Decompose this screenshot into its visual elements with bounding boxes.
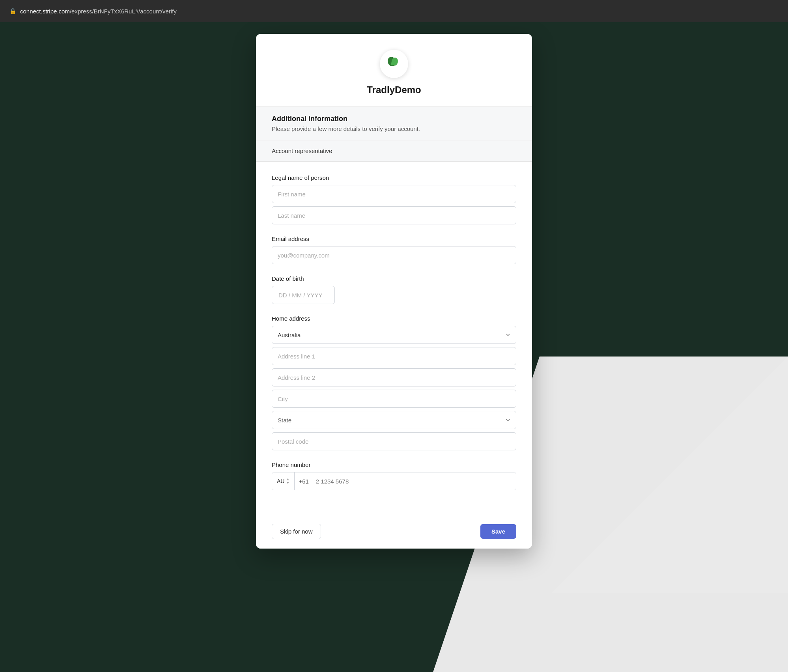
- postal-code-input[interactable]: [272, 432, 516, 450]
- dob-label: Date of birth: [272, 275, 516, 282]
- url-path: /express/BrNFyTxX6RuL#/account/verify: [70, 8, 177, 15]
- modal-wrapper: TradlyDemo Additional information Please…: [0, 22, 788, 672]
- logo-icon: [386, 56, 402, 72]
- state-select[interactable]: State: [272, 411, 516, 429]
- phone-country-selector[interactable]: AU ▲ ▼: [272, 472, 295, 490]
- dob-group: Date of birth DD / MM / YYYY: [272, 275, 516, 304]
- app-logo: [380, 50, 408, 78]
- phone-prefix: +61: [295, 478, 312, 485]
- dob-placeholder: DD / MM / YYYY: [278, 292, 322, 299]
- email-group: Email address: [272, 235, 516, 264]
- last-name-input[interactable]: [272, 206, 516, 224]
- phone-number-input[interactable]: [313, 472, 516, 490]
- modal: TradlyDemo Additional information Please…: [256, 34, 532, 549]
- legal-name-group: Legal name of person: [272, 174, 516, 224]
- url-domain: connect.stripe.com: [20, 8, 70, 15]
- form-body: Legal name of person Email address Date …: [256, 162, 532, 514]
- dob-input[interactable]: DD / MM / YYYY: [272, 286, 335, 304]
- app-name: TradlyDemo: [367, 84, 421, 95]
- lock-icon: 🔒: [9, 8, 16, 14]
- phone-group: Phone number AU ▲ ▼ +61: [272, 461, 516, 490]
- phone-label: Phone number: [272, 461, 516, 468]
- section-subtitle: Please provide a few more details to ver…: [272, 125, 516, 132]
- home-address-group: Home address Australia State: [272, 315, 516, 450]
- modal-header: TradlyDemo: [256, 34, 532, 106]
- browser-url: connect.stripe.com/express/BrNFyTxX6RuL#…: [20, 8, 177, 15]
- country-select[interactable]: Australia: [272, 326, 516, 344]
- skip-button[interactable]: Skip for now: [272, 524, 321, 539]
- legal-name-label: Legal name of person: [272, 174, 516, 181]
- phone-country-code: AU: [277, 478, 284, 484]
- section-title: Additional information: [272, 115, 516, 123]
- section-banner: Additional information Please provide a …: [256, 107, 532, 140]
- city-input[interactable]: [272, 390, 516, 408]
- browser-bar: 🔒 connect.stripe.com/express/BrNFyTxX6Ru…: [0, 0, 788, 22]
- save-button[interactable]: Save: [480, 524, 516, 539]
- phone-input-wrapper: AU ▲ ▼ +61: [272, 472, 516, 490]
- modal-footer: Skip for now Save: [256, 514, 532, 549]
- email-label: Email address: [272, 235, 516, 242]
- email-input[interactable]: [272, 246, 516, 264]
- address-line1-input[interactable]: [272, 347, 516, 365]
- first-name-input[interactable]: [272, 185, 516, 203]
- phone-arrows-icon: ▲ ▼: [286, 478, 289, 485]
- address-line2-input[interactable]: [272, 368, 516, 386]
- account-representative-label: Account representative: [256, 140, 532, 162]
- home-address-label: Home address: [272, 315, 516, 322]
